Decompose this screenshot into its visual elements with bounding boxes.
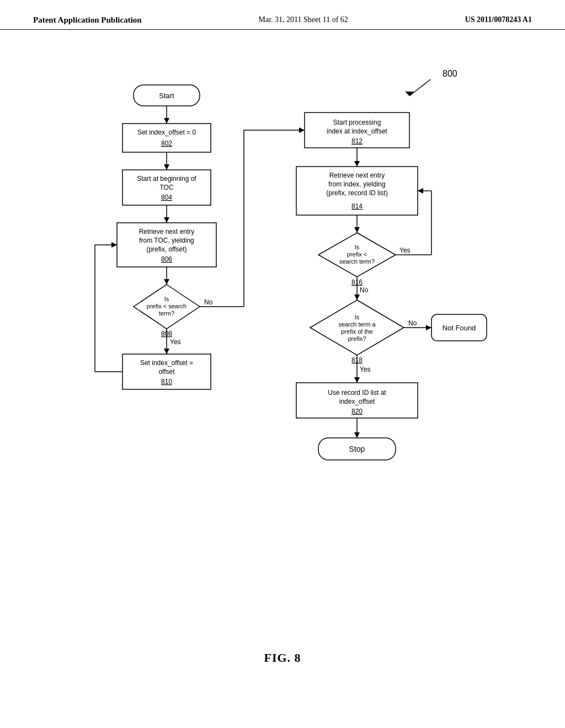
svg-marker-4 — [164, 118, 169, 124]
svg-marker-10 — [164, 217, 169, 223]
node-812-text2: index at index_offset — [327, 127, 388, 135]
figure-label: FIG. 8 — [264, 651, 301, 665]
page-header: Patent Application Publication Mar. 31, … — [0, 0, 565, 30]
svg-marker-24 — [354, 161, 360, 167]
header-date-sheet: Mar. 31, 2011 Sheet 11 of 62 — [259, 15, 348, 24]
svg-marker-40 — [354, 377, 360, 383]
header-publication-label: Patent Application Publication — [33, 15, 142, 25]
svg-marker-38 — [426, 325, 431, 330]
stop-node: Stop — [349, 445, 365, 453]
node-802-num: 802 — [161, 140, 172, 147]
label-818-no: No — [408, 319, 417, 327]
node-814-text2: from index, yielding — [328, 180, 385, 188]
diagram-area: 800 Start Set index_offset = 0 802 Start… — [0, 30, 565, 681]
diagram-number: 800 — [443, 69, 457, 78]
node-804-text1: Start at beginning of — [137, 175, 196, 183]
node-820-num: 820 — [351, 408, 363, 415]
svg-marker-21 — [111, 242, 117, 248]
svg-marker-43 — [354, 432, 360, 438]
svg-rect-5 — [122, 124, 211, 152]
svg-marker-32 — [418, 188, 423, 194]
node-816-text1: Is — [355, 244, 360, 250]
node-820-text2: index_offset — [339, 398, 375, 405]
not-found-node: Not Found — [443, 324, 476, 332]
label-816-no: No — [360, 286, 369, 294]
node-810-num: 810 — [161, 378, 172, 386]
node-808-text3: term? — [159, 310, 174, 317]
node-818-text1: Is — [355, 314, 360, 320]
label-816-yes: Yes — [399, 247, 411, 254]
label-808-yes: Yes — [170, 338, 181, 346]
label-818-yes: Yes — [360, 366, 371, 373]
node-806-num: 806 — [161, 255, 172, 263]
svg-marker-48 — [299, 127, 305, 133]
node-806-text1: Retrieve next entry — [139, 228, 195, 235]
node-806-text3: (prefix, offset) — [146, 245, 186, 253]
node-820-text1: Use record ID list at — [328, 389, 386, 397]
svg-marker-35 — [310, 300, 404, 355]
node-814-text1: Retrieve next entry — [329, 172, 385, 179]
node-808-text2: prefix < search — [147, 303, 186, 309]
node-806-text2: from TOC, yielding — [139, 237, 194, 244]
node-812-text1: Start processing — [333, 119, 381, 126]
svg-marker-27 — [354, 227, 360, 233]
node-818-text3: prefix of the — [341, 328, 372, 335]
node-808-text1: Is — [164, 296, 169, 302]
svg-marker-13 — [164, 279, 169, 285]
node-802-text: Set index_offset = 0 — [137, 129, 196, 136]
start-node: Start — [159, 92, 174, 100]
node-804-text2: TOC — [159, 184, 173, 191]
node-818-text4: prefix? — [348, 335, 366, 342]
node-818-text2: search term a — [338, 321, 376, 328]
svg-line-0 — [409, 79, 430, 96]
svg-marker-34 — [354, 295, 360, 300]
node-804-num: 804 — [161, 194, 172, 201]
header-patent-number: US 2011/0078243 A1 — [465, 15, 532, 24]
svg-marker-7 — [164, 164, 169, 170]
node-814-text3: (prefix, record ID list) — [326, 189, 387, 197]
svg-marker-16 — [164, 349, 169, 354]
flowchart-svg: 800 Start Set index_offset = 0 802 Start… — [67, 52, 498, 625]
node-814-num: 814 — [351, 202, 363, 210]
node-810-text2: offset — [158, 368, 175, 376]
node-810-text1: Set index_offset = — [140, 359, 193, 367]
node-812-num: 812 — [351, 137, 363, 145]
label-808-no: No — [204, 298, 213, 306]
node-816-text2: prefix < — [347, 251, 367, 258]
node-816-text3: search term? — [339, 258, 375, 265]
